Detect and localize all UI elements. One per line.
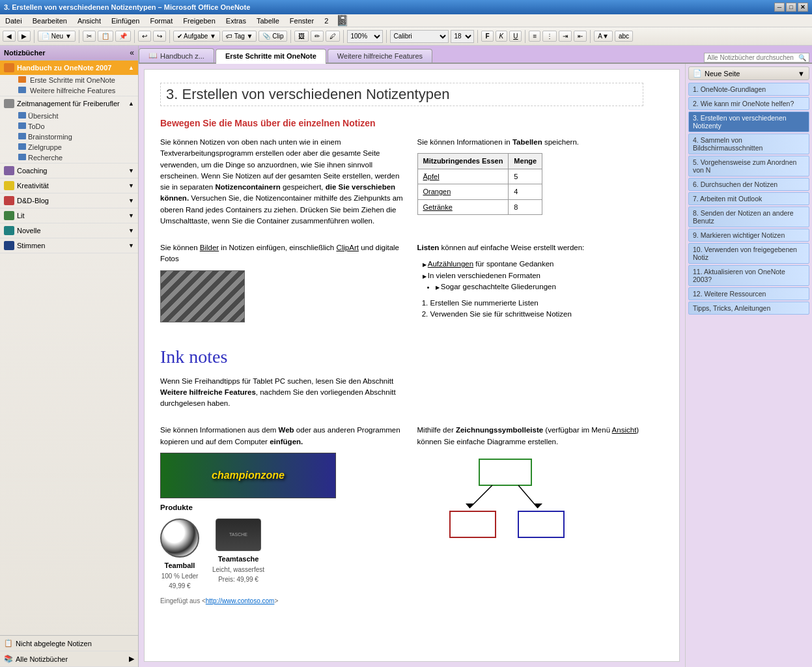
- minimize-button[interactable]: ─: [774, 3, 785, 12]
- cut-button[interactable]: ✂: [83, 31, 96, 42]
- section-pages-zeit: Übersicht ToDo Brainstorming Zielgruppe …: [0, 111, 138, 163]
- forward-button[interactable]: ▶: [18, 31, 31, 42]
- new-page-label: Neue Seite: [705, 70, 740, 78]
- all-notebooks-icon: 📚: [4, 655, 13, 663]
- page-entry-5[interactable]: 5. Vorgehensweise zum Anordnen von N: [688, 156, 809, 177]
- page-item-todo[interactable]: ToDo: [14, 121, 138, 132]
- new-page-dropdown-icon[interactable]: ▼: [798, 70, 805, 78]
- notebook-icon-orange: [4, 63, 14, 72]
- menu-extras[interactable]: Extras: [223, 16, 249, 26]
- notebook-icon-green: [4, 211, 14, 220]
- onenote-icon[interactable]: 📓: [336, 14, 349, 27]
- tab-erste-schritte[interactable]: Erste Schritte mit OneNote: [216, 49, 326, 64]
- num-item-2: Verwenden Sie sie für schrittweise Notiz…: [430, 309, 664, 320]
- notebook-item-lit[interactable]: Lit ▼: [0, 208, 138, 223]
- tag-button[interactable]: 🏷 Tag ▼: [222, 31, 257, 42]
- new-page-button[interactable]: 📄 Neue Seite ▼: [688, 66, 809, 80]
- page-item-weitere[interactable]: Weitere hilfreiche Features: [14, 85, 138, 96]
- page-entry-3[interactable]: 3. Erstellen von verschiedenen Notizenty: [688, 111, 809, 132]
- sidebar-collapse-button[interactable]: «: [130, 48, 134, 57]
- page-item-recherche[interactable]: Recherche: [14, 152, 138, 163]
- font-size-select[interactable]: 18: [451, 30, 474, 43]
- underline-button[interactable]: U: [509, 31, 522, 42]
- font-color-button[interactable]: A▼: [594, 31, 613, 42]
- italic-button[interactable]: K: [496, 31, 508, 42]
- copy-button[interactable]: 📋: [98, 31, 113, 42]
- outdent-button[interactable]: ⇤: [574, 31, 587, 42]
- notebook-item-zeitmanagement[interactable]: Zeitmanagement für Freiberufler ▲: [0, 96, 138, 111]
- page-title[interactable]: [160, 83, 643, 106]
- close-button[interactable]: ✕: [798, 3, 808, 12]
- page-entry-7[interactable]: 7. Arbeiten mit Outlook: [688, 192, 809, 205]
- maximize-button[interactable]: □: [786, 3, 796, 12]
- unfiled-notes-item[interactable]: 📋 Nicht abgelegte Notizen: [0, 636, 138, 651]
- page-item-brainstorming[interactable]: Brainstorming: [14, 132, 138, 142]
- highlighter-button[interactable]: 🖊: [326, 31, 340, 42]
- menu-ansicht[interactable]: Ansicht: [75, 16, 104, 26]
- page-entry-10[interactable]: 10. Verwenden von freigegebenen Notiz: [688, 243, 809, 264]
- table-cell-aepfel: Äpfel: [417, 169, 509, 184]
- ink-notes-text: Ink notes: [160, 343, 407, 371]
- notebook-item-kreativitaet[interactable]: Kreativität ▼: [0, 178, 138, 193]
- notebook-item-coaching[interactable]: Coaching ▼: [0, 163, 138, 178]
- bilder-underline: Bilder: [200, 244, 219, 251]
- spelling-button[interactable]: abc: [615, 31, 633, 42]
- svg-rect-5: [450, 511, 496, 537]
- page-entry-12[interactable]: 12. Weitere Ressourcen: [688, 287, 809, 300]
- notebook-label-handbuch: Handbuch zu OneNote 2007: [17, 64, 111, 72]
- new-button[interactable]: 📄 Neu ▼: [38, 31, 76, 42]
- page-item-erste-schritte[interactable]: Erste Schritte mit OneNote: [14, 75, 138, 85]
- all-notebooks-item[interactable]: 📚 Alle Notizbücher ▶: [0, 651, 138, 667]
- undo-button[interactable]: ↩: [138, 31, 151, 42]
- page-entry-4[interactable]: 4. Sammeln von Bildschirmausschnitten: [688, 134, 809, 154]
- redo-button[interactable]: ↪: [153, 31, 166, 42]
- menu-bar: Datei Bearbeiten Ansicht Einfügen Format…: [0, 14, 812, 27]
- page-entry-8[interactable]: 8. Senden der Notizen an andere Benutz: [688, 206, 809, 227]
- bullets-button[interactable]: ≡: [529, 31, 540, 42]
- tab-handbuch[interactable]: 📖 Handbuch z...: [139, 48, 214, 63]
- aufgabe-button[interactable]: ✔ Aufgabe ▼: [173, 31, 220, 42]
- insert-pic-button[interactable]: 🖼: [294, 31, 309, 42]
- pages-sidebar: 📄 Neue Seite ▼ 1. OneNote-Grundlagen 2. …: [685, 64, 812, 667]
- search-icon[interactable]: 🔍: [798, 54, 806, 61]
- bold-button[interactable]: F: [481, 31, 493, 42]
- draw-button[interactable]: ✏: [311, 31, 324, 42]
- inserted-from: Eingefügt aus <http://www.contoso.com>: [160, 596, 407, 606]
- back-button[interactable]: ◀: [3, 31, 16, 42]
- font-select[interactable]: Calibri: [390, 30, 449, 43]
- numbering-button[interactable]: ⋮: [542, 31, 557, 42]
- table-header-menge: Menge: [509, 154, 542, 169]
- ink-para: Wenn Sie Freihandtipps für Tablet PC suc…: [160, 376, 407, 410]
- menu-freigeben[interactable]: Freigeben: [180, 16, 218, 26]
- paste-button[interactable]: 📌: [115, 31, 131, 42]
- menu-bearbeiten[interactable]: Bearbeiten: [30, 16, 70, 26]
- indent-button[interactable]: ⇥: [559, 31, 572, 42]
- notebook-item-handbuch[interactable]: Handbuch zu OneNote 2007 ▲: [0, 61, 138, 75]
- notebook-item-novelle[interactable]: Novelle ▼: [0, 223, 138, 238]
- page-entry-9[interactable]: 9. Markieren wichtiger Notizen: [688, 229, 809, 242]
- notebook-icon-teal: [4, 226, 14, 235]
- tab-weitere[interactable]: Weitere hilfreiche Features: [328, 49, 432, 63]
- menu-2[interactable]: 2: [322, 16, 331, 26]
- menu-datei[interactable]: Datei: [3, 16, 25, 26]
- search-box[interactable]: 🔍: [704, 53, 809, 63]
- notebook-item-stimmen[interactable]: Stimmen ▼: [0, 238, 138, 253]
- teamtasche-desc1: Leicht, wasserfest: [212, 565, 264, 575]
- menu-tabelle[interactable]: Tabelle: [254, 16, 282, 26]
- zoom-select[interactable]: 100%: [347, 30, 383, 43]
- toolbar-separator-9: [525, 30, 525, 43]
- contoso-link[interactable]: http://www.contoso.com: [206, 597, 275, 604]
- page-entry-11[interactable]: 11. Aktualisieren von OneNote 2003?: [688, 265, 809, 286]
- page-entry-6[interactable]: 6. Durchsuchen der Notizen: [688, 178, 809, 191]
- menu-format[interactable]: Format: [147, 16, 175, 26]
- page-entry-2[interactable]: 2. Wie kann mir OneNote helfen?: [688, 97, 809, 110]
- page-item-uebersicht[interactable]: Übersicht: [14, 111, 138, 121]
- page-item-zielgruppe[interactable]: Zielgruppe: [14, 142, 138, 152]
- page-entry-1[interactable]: 1. OneNote-Grundlagen: [688, 83, 809, 96]
- search-input[interactable]: [707, 54, 798, 61]
- notebook-item-dnd[interactable]: D&D-Blog ▼: [0, 193, 138, 208]
- menu-fenster[interactable]: Fenster: [287, 16, 316, 26]
- page-entry-tipps[interactable]: Tipps, Tricks, Anleitungen: [688, 302, 809, 315]
- clip-button[interactable]: 📎 Clip: [259, 31, 287, 42]
- menu-einfuegen[interactable]: Einfügen: [109, 16, 142, 26]
